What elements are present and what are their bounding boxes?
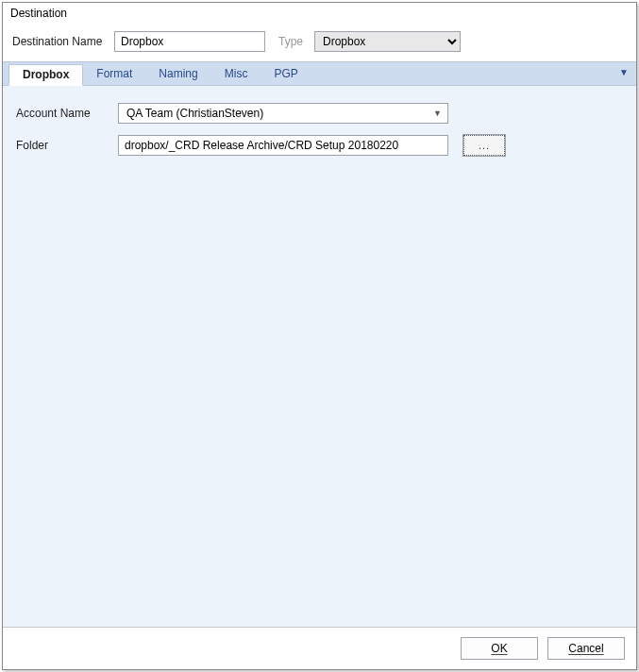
tab-pgp[interactable]: PGP (261, 62, 311, 85)
account-name-label: Account Name (16, 107, 110, 120)
chevron-down-icon: ▼ (433, 109, 442, 118)
tab-dropbox[interactable]: Dropbox (8, 64, 83, 86)
tab-format[interactable]: Format (83, 62, 145, 85)
account-row: Account Name QA Team (ChristianSteven) ▼ (16, 103, 623, 124)
dialog-footer: OK Cancel (3, 628, 636, 669)
type-select[interactable]: Dropbox (314, 31, 461, 52)
browse-button[interactable]: ... (463, 135, 505, 156)
tabstrip-expand-icon[interactable]: ▼ (612, 62, 636, 85)
account-name-combo[interactable]: QA Team (ChristianSteven) ▼ (118, 103, 448, 124)
window-title: Destination (3, 3, 636, 25)
destination-name-label: Destination Name (12, 35, 107, 48)
tabstrip: Dropbox Format Naming Misc PGP ▼ (3, 61, 636, 86)
type-label: Type (278, 35, 303, 48)
tab-panel-dropbox: Account Name QA Team (ChristianSteven) ▼… (3, 86, 636, 628)
destination-dialog: Destination Destination Name Type Dropbo… (2, 2, 637, 670)
folder-row: Folder ... (16, 135, 623, 156)
tab-misc[interactable]: Misc (211, 62, 261, 85)
folder-label: Folder (16, 139, 110, 152)
destination-name-input[interactable] (114, 31, 265, 52)
header-row: Destination Name Type Dropbox (3, 25, 636, 61)
account-name-value: QA Team (ChristianSteven) (126, 107, 263, 120)
folder-input[interactable] (118, 135, 448, 156)
cancel-button[interactable]: Cancel (547, 637, 625, 660)
ok-button[interactable]: OK (461, 637, 538, 660)
tab-naming[interactable]: Naming (145, 62, 210, 85)
